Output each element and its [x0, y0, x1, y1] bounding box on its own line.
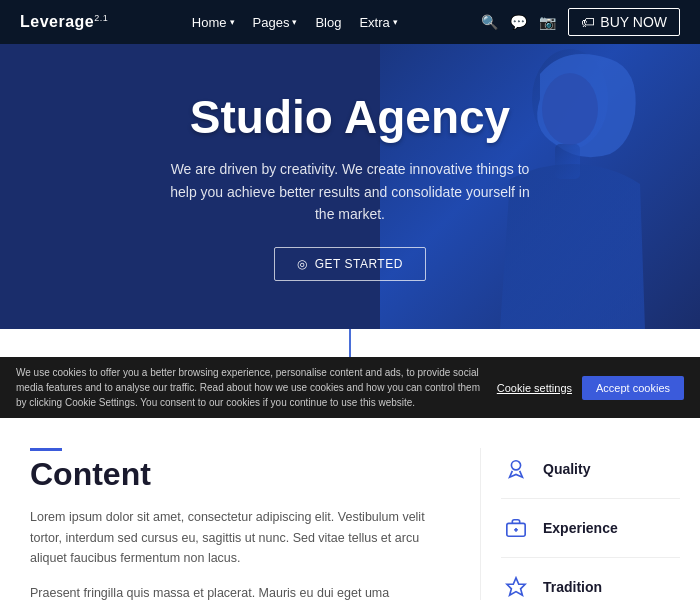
tradition-icon	[501, 572, 531, 600]
main-content: Content Lorem ipsum dolor sit amet, cons…	[0, 418, 700, 600]
experience-icon	[501, 513, 531, 543]
experience-label: Experience	[543, 520, 618, 536]
buy-now-button[interactable]: 🏷 BUY NOW	[568, 8, 680, 36]
nav-extra[interactable]: Extra ▾	[359, 15, 397, 30]
get-started-button[interactable]: ◎ GET STARTED	[274, 247, 426, 281]
cookie-banner: We use cookies to offer you a better bro…	[0, 357, 700, 418]
hero-divider	[349, 329, 351, 357]
nav-links: Home ▾ Pages ▾ Blog Extra ▾	[192, 15, 398, 30]
sidebar-item-experience[interactable]: Experience	[501, 499, 680, 558]
hero-section: Studio Agency We are driven by creativit…	[0, 44, 700, 329]
sidebar-item-quality[interactable]: Quality	[501, 448, 680, 499]
navbar: Leverage2.1 Home ▾ Pages ▾ Blog Extra ▾ …	[0, 0, 700, 44]
nav-blog[interactable]: Blog	[315, 15, 341, 30]
hero-content: Studio Agency We are driven by creativit…	[120, 92, 580, 282]
quality-icon	[501, 454, 531, 484]
nav-home[interactable]: Home ▾	[192, 15, 235, 30]
content-para-1: Lorem ipsum dolor sit amet, consectetur …	[30, 507, 450, 569]
buy-icon: 🏷	[581, 14, 595, 30]
hero-title: Studio Agency	[160, 92, 540, 143]
instagram-icon[interactable]: 📷	[539, 14, 556, 30]
cookie-accept-button[interactable]: Accept cookies	[582, 376, 684, 400]
quality-label: Quality	[543, 461, 590, 477]
content-title: Content	[30, 448, 450, 493]
svg-point-9	[511, 461, 520, 470]
content-para-2: Praesent fringilla quis massa et placera…	[30, 583, 450, 600]
brand-logo: Leverage2.1	[20, 13, 108, 31]
nav-icons: 🔍 💬 📷 🏷 BUY NOW	[481, 8, 680, 36]
tradition-label: Tradition	[543, 579, 602, 595]
search-icon[interactable]: 🔍	[481, 14, 498, 30]
content-left: Content Lorem ipsum dolor sit amet, cons…	[30, 448, 480, 600]
content-sidebar: Quality Experience Tradition	[480, 448, 680, 600]
nav-pages[interactable]: Pages ▾	[253, 15, 298, 30]
hero-subtitle: We are driven by creativity. We create i…	[160, 158, 540, 225]
cookie-text: We use cookies to offer you a better bro…	[16, 365, 487, 410]
cookie-settings-button[interactable]: Cookie settings	[497, 382, 572, 394]
sidebar-item-tradition[interactable]: Tradition	[501, 558, 680, 600]
svg-marker-13	[507, 578, 525, 595]
chat-icon[interactable]: 💬	[510, 14, 527, 30]
circle-icon: ◎	[297, 257, 308, 271]
